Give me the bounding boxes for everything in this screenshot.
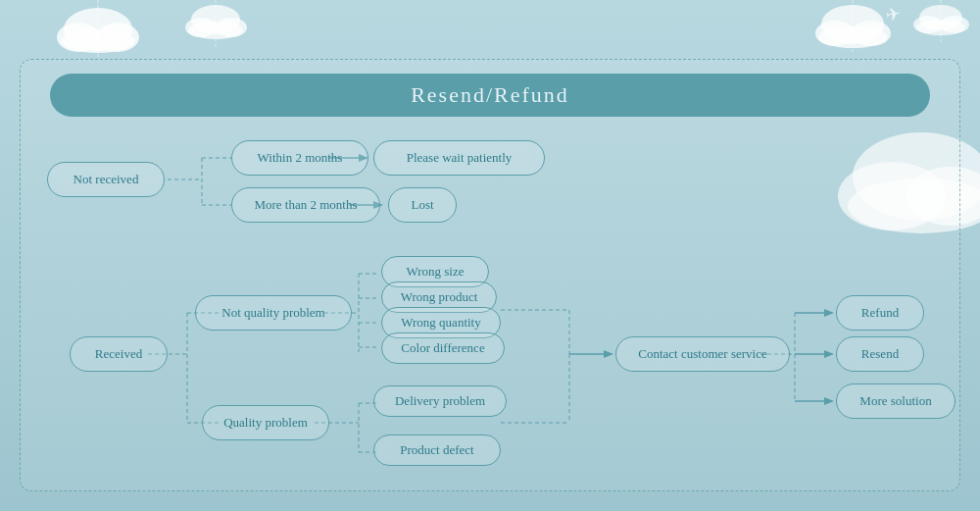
product-defect-node: Product defect (373, 434, 501, 466)
quality-problem-node: Quality problem (202, 405, 329, 440)
more-than-2-months-node: More than 2 months (231, 187, 380, 223)
title: Resend/Refund (411, 82, 569, 108)
refund-node: Refund (836, 295, 924, 331)
svg-marker-50 (604, 350, 613, 358)
lost-node: Lost (388, 187, 457, 223)
title-bar: Resend/Refund (50, 74, 930, 117)
color-difference-node: Color difference (381, 332, 505, 364)
delivery-problem-node: Delivery problem (373, 385, 507, 417)
contact-customer-service-node: Contact customer service (615, 336, 790, 372)
within-2-months-node: Within 2 months (231, 140, 368, 176)
svg-marker-60 (824, 397, 834, 405)
not-received-node: Not received (47, 162, 165, 197)
svg-marker-58 (824, 350, 834, 358)
more-solution-node: More solution (836, 383, 956, 419)
please-wait-node: Please wait patiently (373, 140, 545, 176)
received-node: Received (70, 336, 168, 372)
not-quality-problem-node: Not quality problem (195, 295, 352, 331)
svg-marker-56 (824, 309, 834, 317)
resend-node: Resend (836, 336, 924, 372)
main-container: Resend/Refund (20, 59, 960, 491)
connector-lines (21, 60, 959, 490)
